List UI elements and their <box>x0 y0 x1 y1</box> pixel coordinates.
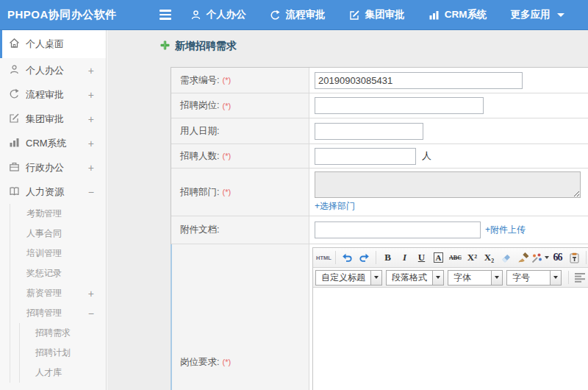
paragraph-format-select[interactable]: 段落格式 <box>386 270 444 286</box>
form-row-position-requirements: 岗位要求: (*) HTML B <box>171 244 588 390</box>
page-title: 新增招聘需求 <box>160 40 237 53</box>
form-row-recruit-position: 招聘岗位: (*) <box>171 93 588 118</box>
sidebar-item-recruit-requirements[interactable]: 招聘需求 <box>20 323 106 343</box>
font-family-select[interactable]: 字体 <box>448 270 503 286</box>
requirement-number-input[interactable] <box>315 72 523 89</box>
process-icon <box>270 10 281 21</box>
bold-button[interactable]: B <box>379 250 396 266</box>
text-color-icon[interactable] <box>531 250 549 266</box>
top-navigation: 个人办公 流程审批 集团审批 CRM系统 更多应用 <box>190 8 564 21</box>
font-style-button[interactable]: A <box>430 250 447 266</box>
caret-down-icon <box>432 271 443 285</box>
sidebar-item-workflow-approval[interactable]: 流程审批 + <box>0 82 106 107</box>
sidebar-item-group-approval[interactable]: 集团审批 + <box>0 107 106 131</box>
topnav-crm-system[interactable]: CRM系统 <box>429 8 487 21</box>
sidebar-group-human-resources: 考勤管理 人事合同 培训管理 奖惩记录 薪资管理 + 招聘管理 − 招聘需求 招… <box>10 204 106 383</box>
expand-plus-icon[interactable]: + <box>88 89 94 101</box>
caret-down-icon <box>550 271 561 285</box>
sidebar-item-recruit-management[interactable]: 招聘管理 − <box>10 303 106 323</box>
user-icon <box>9 64 20 77</box>
recruit-department-textarea[interactable] <box>315 171 581 198</box>
required-marker: (*) <box>222 358 231 366</box>
sidebar-item-recruit-plans[interactable]: 招聘计划 <box>20 343 106 363</box>
superscript-button[interactable]: X² <box>464 250 481 266</box>
sidebar-group-recruit-management: 招聘需求 招聘计划 人才库 <box>19 323 106 383</box>
edit-square-icon <box>9 113 20 126</box>
required-marker: (*) <box>222 188 231 196</box>
undo-icon[interactable] <box>339 250 356 266</box>
sidebar-item-attendance-management[interactable]: 考勤管理 <box>10 204 106 224</box>
sidebar-item-salary-management[interactable]: 薪资管理 + <box>10 283 106 303</box>
sidebar-item-training-management[interactable]: 培训管理 <box>10 244 106 263</box>
expand-plus-icon[interactable]: + <box>88 113 94 125</box>
expand-plus-icon[interactable]: + <box>88 162 94 174</box>
form-row-employment-date: 用人日期: <box>171 118 588 144</box>
required-marker: (*) <box>222 76 231 85</box>
topnav-workflow-approval[interactable]: 流程审批 <box>270 8 326 21</box>
subscript-button[interactable]: X₂ <box>481 250 498 266</box>
topnav-more-apps[interactable]: 更多应用 <box>511 8 564 21</box>
briefcase-icon <box>9 161 20 174</box>
sidebar-item-crm-system[interactable]: CRM系统 + <box>0 131 106 155</box>
editor-toolbar-row-1: HTML B I U A ABC X² <box>313 248 588 268</box>
redo-icon[interactable] <box>356 250 373 266</box>
expand-minus-icon[interactable]: − <box>88 186 94 198</box>
underline-button[interactable]: U <box>413 250 430 266</box>
custom-heading-select[interactable]: 自定义标题 <box>315 270 382 286</box>
attachment-input[interactable] <box>315 221 481 238</box>
main-content: 新增招聘需求 需求编号: (*) 招聘岗位: (*) 用人日期: <box>107 30 588 390</box>
topnav-personal-office[interactable]: 个人办公 <box>190 8 246 21</box>
field-label: 岗位要求: (*) <box>171 244 309 390</box>
recruit-headcount-input[interactable] <box>315 148 416 165</box>
select-department-link[interactable]: +选择部门 <box>315 200 355 213</box>
editor-content-area[interactable] <box>313 288 588 390</box>
sidebar-item-personal-desktop[interactable]: 个人桌面 <box>0 30 106 58</box>
form-row-requirement-number: 需求编号: (*) <box>171 68 588 93</box>
required-marker: (*) <box>222 102 231 110</box>
home-icon <box>9 38 20 51</box>
sidebar-item-human-resources[interactable]: 人力资源 − <box>0 180 106 204</box>
field-label: 用人日期: <box>171 118 309 143</box>
form-row-recruit-headcount: 招聘人数: (*) 人 <box>171 144 588 169</box>
sidebar: 个人桌面 个人办公 + 流程审批 + 集团审批 + CRM系统 + 行政办公 + <box>0 30 107 390</box>
bar-chart-icon <box>429 10 440 21</box>
sidebar-item-admin-office[interactable]: 行政办公 + <box>0 155 106 180</box>
app-brand: PHPOA协同办公软件 <box>7 8 117 22</box>
field-label: 招聘人数: (*) <box>171 144 309 168</box>
form-row-recruit-department: 招聘部门: (*) +选择部门 <box>171 169 588 216</box>
font-size-select[interactable]: 字号 <box>506 270 562 286</box>
expand-plus-icon[interactable]: + <box>88 288 94 299</box>
editor-toolbar-row-2: 自定义标题 段落格式 字体 字号 <box>313 268 588 288</box>
eraser-icon[interactable] <box>498 250 514 266</box>
attachment-upload-link[interactable]: +附件上传 <box>485 224 526 236</box>
process-icon <box>9 88 20 102</box>
edit-square-icon <box>349 10 360 21</box>
field-label: 附件文档: <box>171 216 309 244</box>
format-painter-icon[interactable] <box>514 250 531 266</box>
field-label: 招聘部门: (*) <box>171 169 309 216</box>
blockquote-button[interactable]: 66 <box>549 250 566 266</box>
expand-plus-icon[interactable]: + <box>88 138 94 149</box>
align-left-icon[interactable] <box>572 270 588 286</box>
sidebar-item-hr-contracts[interactable]: 人事合同 <box>10 224 106 244</box>
strikethrough-button[interactable]: ABC <box>447 250 464 266</box>
sidebar-item-personal-office[interactable]: 个人办公 + <box>0 58 106 82</box>
sidebar-item-reward-punishment-records[interactable]: 奖惩记录 <box>10 263 106 283</box>
rich-text-editor: HTML B I U A ABC X² <box>312 247 588 390</box>
employment-date-input[interactable] <box>315 123 423 140</box>
expand-minus-icon[interactable]: − <box>88 308 94 319</box>
caret-down-icon <box>557 13 564 17</box>
field-label: 招聘岗位: (*) <box>171 93 309 118</box>
recruit-requirement-form: 需求编号: (*) 招聘岗位: (*) 用人日期: <box>171 67 588 390</box>
bar-chart-icon <box>9 137 20 150</box>
expand-plus-icon[interactable]: + <box>88 65 94 77</box>
recruit-position-input[interactable] <box>315 97 484 114</box>
topnav-group-approval[interactable]: 集团审批 <box>349 8 405 21</box>
headcount-unit: 人 <box>422 149 431 163</box>
sidebar-item-talent-pool[interactable]: 人才库 <box>20 363 106 383</box>
paste-icon[interactable] <box>566 250 583 266</box>
italic-button[interactable]: I <box>396 250 413 266</box>
hamburger-icon[interactable] <box>159 10 171 20</box>
html-source-button[interactable]: HTML <box>315 250 332 266</box>
field-label: 需求编号: (*) <box>171 68 309 93</box>
